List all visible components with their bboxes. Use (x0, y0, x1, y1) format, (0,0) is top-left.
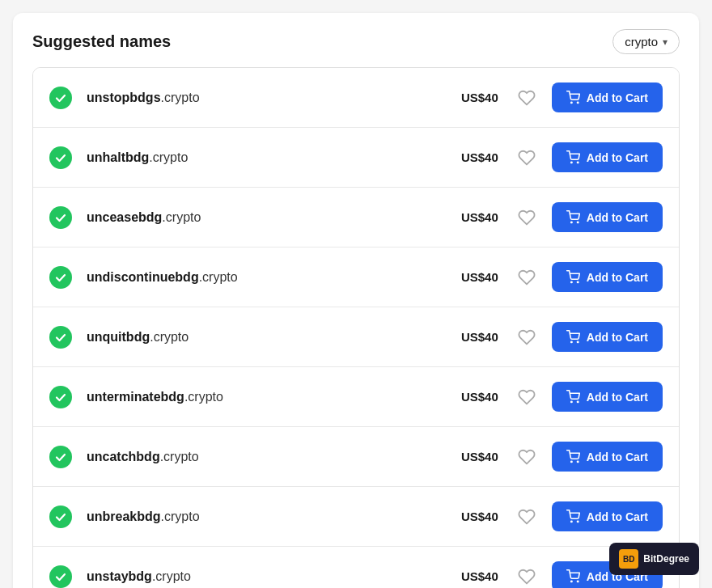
bitdegree-badge: BD BitDegree (609, 543, 699, 575)
svg-point-9 (577, 341, 578, 342)
suggested-names-panel: Suggested names crypto ▾ unstopbdgs.cryp… (13, 13, 699, 588)
wishlist-button[interactable] (515, 86, 539, 110)
domain-row: unbreakbdg.crypto US$40 Add to Cart (33, 487, 679, 547)
domain-price: US$40 (442, 510, 498, 523)
domain-price: US$40 (442, 150, 498, 164)
domain-row: unceasebdg.crypto US$40 Add to Cart (33, 188, 679, 247)
wishlist-button[interactable] (515, 325, 539, 349)
svg-point-6 (570, 281, 571, 282)
domain-price: US$40 (442, 210, 498, 224)
add-to-cart-button[interactable]: Add to Cart (552, 322, 663, 352)
cart-icon (566, 270, 580, 284)
wishlist-button[interactable] (515, 146, 539, 170)
add-to-cart-button[interactable]: Add to Cart (552, 442, 663, 472)
domain-price: US$40 (442, 390, 498, 404)
domain-price: US$40 (442, 450, 498, 463)
available-check-icon (49, 446, 72, 468)
svg-point-3 (577, 162, 578, 163)
wishlist-button[interactable] (515, 385, 539, 409)
available-check-icon (49, 266, 72, 289)
domain-ext-text: .crypto (152, 569, 191, 583)
available-check-icon (49, 506, 72, 528)
svg-point-4 (570, 222, 571, 222)
add-to-cart-button[interactable]: Add to Cart (552, 82, 663, 112)
add-to-cart-button[interactable]: Add to Cart (552, 262, 663, 292)
domain-base-text: unceasebdg (87, 210, 162, 224)
available-check-icon (49, 146, 72, 169)
available-check-icon (49, 87, 72, 109)
svg-point-16 (570, 581, 571, 582)
available-check-icon (49, 326, 72, 349)
wishlist-button[interactable] (515, 445, 539, 469)
domain-ext-text: .crypto (149, 150, 188, 164)
domain-ext-text: .crypto (150, 330, 189, 344)
svg-point-14 (570, 521, 571, 522)
chevron-down-icon: ▾ (663, 36, 668, 48)
svg-point-8 (570, 341, 571, 342)
heart-icon (518, 568, 536, 586)
domain-row: unstaybdg.crypto US$40 Add to Cart (33, 547, 679, 588)
heart-icon (518, 89, 536, 107)
available-check-icon (49, 386, 72, 408)
heart-icon (518, 269, 536, 286)
domain-ext-text: .crypto (161, 510, 200, 523)
svg-point-5 (577, 222, 578, 222)
domain-base-text: unhaltbdg (87, 150, 149, 164)
add-to-cart-label: Add to Cart (587, 271, 648, 284)
add-to-cart-button[interactable]: Add to Cart (552, 142, 663, 172)
add-to-cart-label: Add to Cart (587, 510, 648, 523)
svg-point-7 (577, 281, 578, 282)
svg-point-12 (570, 461, 571, 462)
bitdegree-label: BitDegree (643, 553, 689, 565)
svg-point-15 (577, 521, 578, 522)
domain-row: unstopbdgs.crypto US$40 Add to Cart (33, 68, 679, 128)
domain-name: undiscontinuebdg.crypto (87, 270, 442, 285)
domain-ext-text: .crypto (184, 390, 223, 404)
wishlist-button[interactable] (515, 565, 539, 589)
filter-dropdown[interactable]: crypto ▾ (612, 29, 680, 54)
add-to-cart-label: Add to Cart (587, 391, 648, 404)
domain-name: unquitbdg.crypto (87, 330, 442, 345)
domain-name: uncatchbdg.crypto (87, 450, 442, 464)
svg-point-1 (577, 102, 578, 103)
heart-icon (518, 209, 536, 226)
domain-ext-text: .crypto (161, 91, 200, 104)
panel-title: Suggested names (32, 32, 171, 51)
svg-point-17 (577, 581, 578, 582)
wishlist-button[interactable] (515, 505, 539, 529)
add-to-cart-button[interactable]: Add to Cart (552, 501, 663, 531)
wishlist-button[interactable] (515, 265, 539, 290)
svg-point-13 (577, 461, 578, 462)
cart-icon (566, 330, 580, 344)
domain-name: unceasebdg.crypto (87, 210, 442, 225)
domain-ext-text: .crypto (199, 270, 238, 284)
add-to-cart-button[interactable]: Add to Cart (552, 202, 663, 232)
add-to-cart-label: Add to Cart (587, 451, 648, 463)
cart-icon (566, 150, 580, 164)
filter-label: crypto (625, 35, 658, 49)
domain-name: unbreakbdg.crypto (87, 510, 442, 524)
domain-name: unhaltbdg.crypto (87, 150, 442, 165)
heart-icon (518, 149, 536, 167)
cart-icon (566, 569, 580, 583)
heart-icon (518, 508, 536, 526)
domain-ext-text: .crypto (162, 210, 201, 224)
add-to-cart-label: Add to Cart (587, 331, 648, 344)
svg-point-2 (570, 162, 571, 163)
add-to-cart-button[interactable]: Add to Cart (552, 382, 663, 412)
domain-price: US$40 (442, 569, 498, 583)
domain-row: undiscontinuebdg.crypto US$40 Add to Car… (33, 247, 679, 307)
svg-point-10 (570, 401, 571, 402)
heart-icon (518, 388, 536, 406)
heart-icon (518, 328, 536, 346)
panel-header: Suggested names crypto ▾ (32, 29, 680, 54)
domain-name: unterminatebdg.crypto (87, 390, 442, 404)
add-to-cart-label: Add to Cart (587, 211, 648, 224)
domain-row: uncatchbdg.crypto US$40 Add to Cart (33, 427, 679, 487)
wishlist-button[interactable] (515, 205, 539, 230)
domain-row: unhaltbdg.crypto US$40 Add to Cart (33, 128, 679, 188)
domain-row: unterminatebdg.crypto US$40 Add to Cart (33, 367, 679, 427)
domain-base-text: unstopbdgs (87, 91, 161, 104)
domain-name: unstopbdgs.crypto (87, 91, 442, 105)
heart-icon (518, 448, 536, 466)
